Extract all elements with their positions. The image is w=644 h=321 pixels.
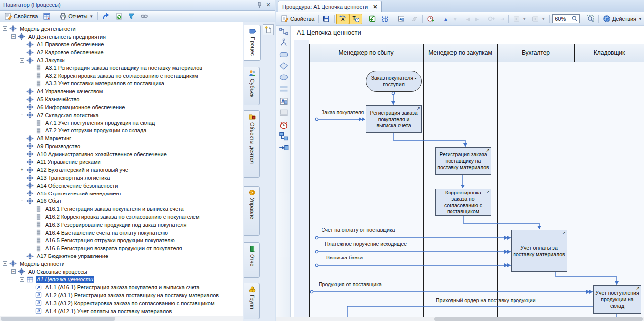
tree-item[interactable]: А7.1 Учет поступления продукции на склад xyxy=(0,119,243,127)
tree-item[interactable]: −А3 Закупки xyxy=(0,56,243,64)
tree-item-label[interactable]: А3.3 Учет поставки материалов от поставщ… xyxy=(44,80,165,87)
palette-iface-icon[interactable] xyxy=(279,131,289,141)
swimlane-body[interactable] xyxy=(309,62,423,317)
prev-button[interactable]: ◀ xyxy=(464,14,473,24)
tree-item-label[interactable]: А1.3 (А3.2) Корректировка заказа по согл… xyxy=(44,300,216,307)
forward-button[interactable]: ➜ xyxy=(498,14,507,24)
tree-item-label[interactable]: А17 Бюджетное управление xyxy=(36,253,109,259)
link-button[interactable] xyxy=(138,11,151,22)
open-diagram-icon[interactable]: ↗ xyxy=(486,189,490,194)
swimlane-body[interactable] xyxy=(497,62,575,317)
edge-label[interactable]: Выписка банка xyxy=(326,255,363,260)
palette-ellipse-icon[interactable] xyxy=(279,72,289,82)
event-node[interactable]: Заказ покупателя - поступил xyxy=(366,71,422,92)
tree-item[interactable]: А13 Транспортная логистика xyxy=(0,174,243,182)
properties-button[interactable]: Свойства xyxy=(2,11,40,22)
tree-item-label[interactable]: А7.2 Учет отгрузки продукции со склада xyxy=(44,127,147,134)
tree-item[interactable]: А4 Управление качеством xyxy=(0,87,243,95)
show-time-button[interactable]: T xyxy=(349,14,362,24)
new-item-button[interactable] xyxy=(263,24,274,35)
process-node[interactable]: Регистрация заказа поставщику на поставк… xyxy=(435,147,491,175)
scrollbar-thumb[interactable] xyxy=(434,317,643,321)
scrollbar-thumb[interactable] xyxy=(1,317,115,321)
palette-roundrect-icon[interactable] xyxy=(279,50,289,60)
tree-item-label[interactable]: Модель деятельности xyxy=(19,25,77,32)
swimlane-header[interactable]: Менеджер по закупкам xyxy=(423,44,497,62)
tree-horizontal-scrollbar[interactable] xyxy=(0,316,243,321)
tree-item-label[interactable]: А8 Маркетинг xyxy=(36,135,72,142)
edge-label[interactable]: Заказ покупателя xyxy=(322,109,364,115)
pin-icon[interactable] xyxy=(256,1,263,9)
tree-item-label[interactable]: А9 Производство xyxy=(36,143,81,150)
tree-item-label[interactable]: А14 Обеспечение безопасности xyxy=(36,182,119,189)
collapse-icon[interactable]: − xyxy=(20,277,24,282)
tree-item-label[interactable]: А10 Административно-хозяйственное обеспе… xyxy=(36,151,168,158)
tree-item-label[interactable]: А15 Стратегический менеджмент xyxy=(36,190,123,197)
tree-item[interactable]: −А1 Цепочка ценности xyxy=(0,276,243,284)
tree-item-label[interactable]: А4 Управление качеством xyxy=(36,88,104,95)
tree-item[interactable]: А1.3 (А3.2) Корректировка заказа по согл… xyxy=(0,299,243,307)
tree-item[interactable]: А6 Информационное обеспечение xyxy=(0,103,243,111)
palette-frame-icon[interactable] xyxy=(279,108,289,118)
edge-label[interactable]: Приходный ордер на поставку продукции xyxy=(436,297,536,303)
palette-diamond-icon[interactable] xyxy=(279,61,289,71)
sidebar-tab-groups[interactable]: Групп xyxy=(244,283,260,319)
tree-item[interactable]: +А12 Бухгалтерский и налоговый учет xyxy=(0,166,243,174)
tree-item-label[interactable]: А16.3 Резервирование продукции под заказ… xyxy=(44,221,187,228)
tree-item[interactable]: А14 Обеспечение безопасности xyxy=(0,182,243,190)
tree-item[interactable]: А7.2 Учет отгрузки продукции со склада xyxy=(0,127,243,134)
filter-button[interactable] xyxy=(125,11,138,22)
open-diagram-icon[interactable]: ↗ xyxy=(416,106,420,111)
tree-item-label[interactable]: А12 Бухгалтерский и налоговый учет xyxy=(36,166,131,173)
tree-item[interactable]: А9 Производство xyxy=(0,142,243,150)
tree-item-label[interactable]: А7 Складская логистика xyxy=(36,112,100,119)
back-button[interactable] xyxy=(485,14,498,24)
swimlane-header[interactable]: Кладовщик xyxy=(575,44,644,62)
sidebar-tab-process[interactable]: Процес xyxy=(244,25,261,61)
tree-item-label[interactable]: Модель ценности xyxy=(19,260,65,267)
palette-textimg-icon[interactable]: A xyxy=(279,96,289,106)
collapse-icon[interactable]: − xyxy=(20,199,24,203)
tree-item[interactable]: А1.2 (А3.1) Регистрация заказа поставщик… xyxy=(0,291,243,299)
tree-item[interactable]: А8 Маркетинг xyxy=(0,134,243,142)
palette-split-icon[interactable] xyxy=(279,38,289,48)
fit-selection-button[interactable] xyxy=(379,14,391,24)
close-icon[interactable]: ✕ xyxy=(264,1,272,9)
edge-label[interactable]: Продукция от поставщика xyxy=(319,281,382,287)
swimlane-header[interactable]: Бухгалтер xyxy=(497,44,575,62)
process-node[interactable]: Регистрация заказа покупателя и выписка … xyxy=(366,105,422,133)
edge-label[interactable]: Платежное поручение исходящее xyxy=(325,241,407,247)
tree-item[interactable]: А5 Казначейство xyxy=(0,95,243,103)
sidebar-tab-reports[interactable]: Отче xyxy=(244,242,260,278)
process-node[interactable]: Учет оплаты за поставку материалов↗ xyxy=(511,230,567,272)
save-button[interactable] xyxy=(320,14,333,24)
diagram-horizontal-scrollbar[interactable] xyxy=(276,317,644,321)
tree-item[interactable]: А1.1 (А16.1) Регистрация заказа покупате… xyxy=(0,283,243,291)
process-node[interactable]: Учет поступления продукции на склад↗ xyxy=(593,285,641,314)
fit-page-button[interactable] xyxy=(584,14,597,24)
tree-item-label[interactable]: А3.2 Корректировка заказа по согласовани… xyxy=(44,72,199,79)
open-diagram-icon[interactable]: ↗ xyxy=(562,230,566,235)
tree-item-label[interactable]: А1.2 (А3.1) Регистрация заказа поставщик… xyxy=(44,292,220,299)
collapse-icon[interactable]: − xyxy=(3,26,7,31)
tree-item[interactable]: А11 Управление рисками xyxy=(0,158,243,166)
collapse-icon[interactable]: − xyxy=(3,261,7,266)
move-down-button[interactable]: ▼ xyxy=(451,14,460,24)
tree-item-label[interactable]: А16.6 Регистрация возврата продукции от … xyxy=(44,245,183,252)
tree-item-label[interactable]: А3.1 Регистрация заказа поставщику на по… xyxy=(44,64,203,71)
collapse-icon[interactable]: − xyxy=(11,34,16,39)
tree-item-label[interactable]: А16.5 Регистрация отгрузки продукции пок… xyxy=(44,237,176,244)
reports-button[interactable]: Отчеты ▼ xyxy=(57,11,96,22)
tree-item[interactable]: А3.3 Учет поставки материалов от поставщ… xyxy=(0,80,243,88)
window-forward-button[interactable]: ▼ xyxy=(529,14,548,24)
tree-item[interactable]: А15 Стратегический менеджмент xyxy=(0,190,243,197)
tree-item[interactable]: −А16 Сбыт xyxy=(0,197,243,205)
tree-item[interactable]: А1.4 (А12.1) Учет оплаты за поставку мат… xyxy=(0,307,243,315)
tree-item-label[interactable]: А0 Деятельность предприятия xyxy=(27,33,107,40)
tab-close-icon[interactable]: ✕ xyxy=(373,4,377,10)
move-up-button[interactable]: ▲ xyxy=(441,14,451,24)
tree-item-label[interactable]: А5 Казначейство xyxy=(36,96,80,103)
actions-button[interactable]: Действия ▼ xyxy=(600,14,644,24)
tree-item[interactable]: А1 Правовое обеспечение xyxy=(0,41,243,49)
open-diagram-icon[interactable]: ↗ xyxy=(636,286,640,291)
